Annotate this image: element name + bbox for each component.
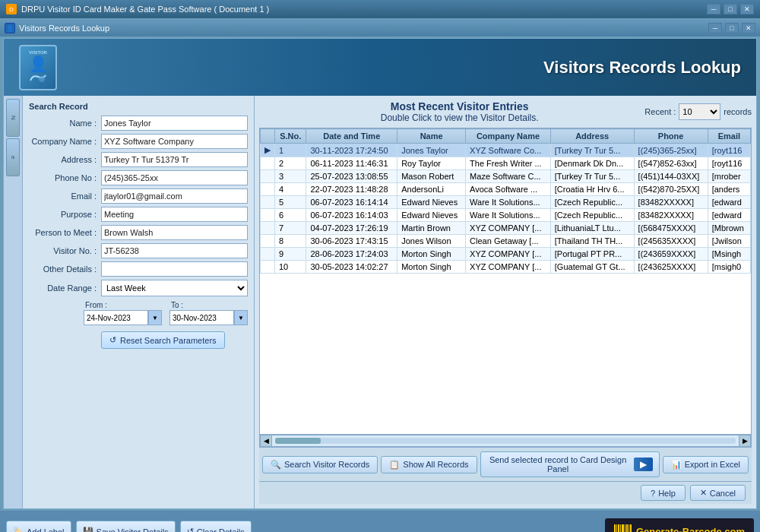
scrollbar-track[interactable] <box>275 438 736 444</box>
purpose-input[interactable] <box>101 207 248 222</box>
save-icon: 💾 <box>83 527 93 532</box>
help-button[interactable]: ? Help <box>641 485 686 501</box>
cancel-button[interactable]: ✕ Cancel <box>690 485 746 501</box>
maximize-button[interactable]: □ <box>724 4 737 14</box>
save-visitor-button[interactable]: 💾 Save Visitor Details <box>76 521 176 533</box>
dialog-maximize-button[interactable]: □ <box>725 23 739 33</box>
dialog-close-button[interactable]: ✕ <box>742 23 755 33</box>
search-visitor-button[interactable]: 🔍 Search Visitor Records <box>262 456 378 473</box>
visitors-table: S.No. Date and Time Name Company Name Ad… <box>260 128 751 274</box>
table-cell: [(568475XXXX] <box>634 222 708 235</box>
reset-button[interactable]: ↺ Reset Search Parameters <box>101 331 225 349</box>
help-icon: ? <box>651 489 655 498</box>
table-row[interactable]: 830-06-2023 17:43:15Jones WilsonClean Ge… <box>261 235 751 248</box>
dialog-minimize-button[interactable]: ─ <box>708 23 722 33</box>
table-cell: 4 <box>275 183 306 196</box>
table-cell: [Msingh <box>708 248 750 261</box>
col-header-company[interactable]: Company Name <box>466 129 551 144</box>
dialog-title: Visitors Records Lookup <box>19 24 109 33</box>
table-row[interactable]: 206-11-2023 11:46:31Roy TaylorThe Fresh … <box>261 157 751 170</box>
header-logo: VISITOR 👤 <box>19 45 57 90</box>
data-table-container[interactable]: S.No. Date and Time Name Company Name Ad… <box>259 128 752 435</box>
table-row[interactable]: 704-07-2023 17:26:19Martin BrownXYZ COMP… <box>261 222 751 235</box>
col-header-phone[interactable]: Phone <box>634 129 708 144</box>
name-input[interactable] <box>101 116 248 131</box>
table-cell: The Fresh Writer ... <box>466 157 551 170</box>
email-input[interactable] <box>101 188 248 204</box>
row-arrow-cell <box>261 196 275 209</box>
table-row[interactable]: 606-07-2023 16:14:03Edward NievesWare It… <box>261 209 751 222</box>
table-cell: Jones Taylor <box>397 144 466 157</box>
col-header-email[interactable]: Email <box>708 129 750 144</box>
add-label-button[interactable]: 🏷️ Add Label <box>6 521 71 533</box>
clear-details-button[interactable]: ↺ Clear Details <box>180 521 252 533</box>
visitor-badge: VISITOR 👤 <box>19 45 57 90</box>
sidebar-tab-2[interactable]: e <box>6 138 20 176</box>
recent-label: Recent : <box>644 107 676 116</box>
table-row[interactable]: ▶130-11-2023 17:24:50Jones TaylorXYZ Sof… <box>261 144 751 157</box>
table-cell: XYZ COMPANY [... <box>466 222 551 235</box>
send-to-card-button[interactable]: Send selected record to Card Design Pane… <box>480 451 660 477</box>
scroll-left-button[interactable]: ◀ <box>260 435 272 447</box>
col-header-datetime[interactable]: Date and Time <box>306 129 397 144</box>
table-row[interactable]: 422-07-2023 11:48:28AndersonLiAvoca Soft… <box>261 183 751 196</box>
to-date-picker-button[interactable]: ▼ <box>234 310 248 325</box>
app-icon: D <box>6 4 17 14</box>
dialog-title-bar: 👤 Visitors Records Lookup ─ □ ✕ <box>0 20 760 36</box>
table-cell: [royt116 <box>708 144 750 157</box>
col-header-name[interactable]: Name <box>397 129 466 144</box>
company-input[interactable] <box>101 134 248 149</box>
table-cell: XYZ Software Co... <box>466 144 551 157</box>
table-cell: 22-07-2023 11:48:28 <box>306 183 397 196</box>
col-header-sno[interactable]: S.No. <box>275 129 306 144</box>
table-cell: 9 <box>275 248 306 261</box>
table-cell: [(243659XXXX] <box>634 248 708 261</box>
recent-control: Recent : 10 20 50 All records <box>644 103 752 120</box>
person-input[interactable] <box>101 225 248 240</box>
table-cell: [Denmark Dk Dn... <box>550 157 634 170</box>
other-input[interactable] <box>101 261 248 277</box>
table-row[interactable]: 928-06-2023 17:24:03Morton SinghXYZ COMP… <box>261 248 751 261</box>
table-cell: 30-11-2023 17:24:50 <box>306 144 397 157</box>
export-excel-button[interactable]: 📊 Export in Excel <box>663 456 749 473</box>
table-header: Most Recent Visitor Entries Double Click… <box>259 100 752 123</box>
table-row[interactable]: 506-07-2023 16:14:14Edward NievesWare It… <box>261 196 751 209</box>
row-arrow-cell <box>261 157 275 170</box>
recent-select[interactable]: 10 20 50 All <box>679 103 720 120</box>
from-date-input[interactable] <box>84 310 148 325</box>
reset-icon: ↺ <box>109 335 116 345</box>
from-date-picker-button[interactable]: ▼ <box>148 310 162 325</box>
scrollbar-thumb[interactable] <box>275 438 321 444</box>
close-button[interactable]: ✕ <box>740 4 754 14</box>
table-row[interactable]: 325-07-2023 13:08:55Mason RobertMaze Sof… <box>261 170 751 183</box>
minimize-button[interactable]: ─ <box>707 4 720 14</box>
phone-input[interactable] <box>101 170 248 185</box>
table-cell: [(245635XXXX] <box>634 235 708 248</box>
table-cell: Ware It Solutions... <box>466 209 551 222</box>
date-range-row: Date Range : Last Week Last Month Custom <box>29 280 248 296</box>
table-cell: Morton Singh <box>397 261 466 274</box>
table-cell: Edward Nieves <box>397 209 466 222</box>
table-title-area: Most Recent Visitor Entries Double Click… <box>274 100 644 123</box>
date-range-select[interactable]: Last Week Last Month Custom <box>101 280 248 296</box>
company-row: Company Name : <box>29 134 248 149</box>
scroll-right-button[interactable]: ▶ <box>739 435 751 447</box>
from-label: From : <box>85 301 162 309</box>
search-panel-title: Search Record <box>29 102 248 111</box>
header-banner: VISITOR 👤 Visitors Records Lookup <box>4 39 756 96</box>
visitor-input[interactable] <box>101 243 248 258</box>
show-all-button[interactable]: 📋 Show All Records <box>381 456 477 473</box>
to-group: To : ▼ <box>169 301 248 325</box>
address-input[interactable] <box>101 152 248 167</box>
table-cell: 06-07-2023 16:14:03 <box>306 209 397 222</box>
table-cell: [edward <box>708 196 750 209</box>
send-arrow-icon: ▶ <box>634 458 653 471</box>
horizontal-scrollbar[interactable]: ◀ ▶ <box>259 435 752 447</box>
table-row[interactable]: 1030-05-2023 14:02:27Morton SinghXYZ COM… <box>261 261 751 274</box>
table-cell: 5 <box>275 196 306 209</box>
col-header-address[interactable]: Address <box>550 129 634 144</box>
barcode-lines <box>614 524 632 533</box>
to-date-input[interactable] <box>169 310 234 325</box>
sidebar-tab-1[interactable]: N <box>6 99 20 137</box>
table-cell: Maze Software C... <box>466 170 551 183</box>
